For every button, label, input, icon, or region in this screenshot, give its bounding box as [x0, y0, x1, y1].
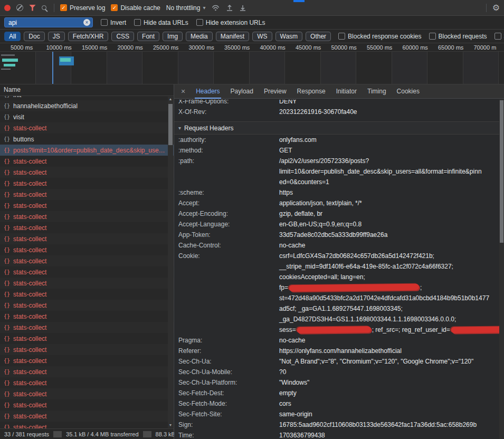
tab-timing[interactable]: Timing	[362, 84, 392, 99]
header-value: 1703636799438	[279, 430, 504, 439]
request-row[interactable]: {}stats-collect	[0, 200, 174, 211]
3rd-party-requests-toggle[interactable]: 3rd-party requests	[495, 33, 504, 40]
header-value-line: gzip, deflate, br	[279, 208, 497, 219]
request-headers-section-header[interactable]: ▾ Request Headers	[174, 121, 504, 135]
filter-input[interactable]: api ×	[4, 17, 93, 27]
request-row[interactable]: {}buttons	[0, 133, 174, 145]
redaction-scribble	[451, 326, 504, 333]
scrollbar-thumb[interactable]	[500, 100, 503, 243]
request-row[interactable]: {}stats-collect	[0, 333, 174, 344]
status-divider	[53, 431, 62, 437]
clear-requests-icon[interactable]	[16, 4, 23, 11]
header-value-line: application/json, text/plain, */*	[279, 198, 497, 208]
request-row[interactable]: {}stats-collect	[0, 167, 174, 178]
request-row[interactable]: {}stats-collect	[0, 411, 174, 422]
hide-extension-urls-checkbox[interactable]	[196, 19, 203, 26]
request-row[interactable]: {}posts?limit=10&order=publish_date_desc…	[0, 145, 174, 156]
filter-chip-other[interactable]: Other	[306, 32, 331, 41]
scroll-down-icon[interactable]: ▼	[168, 423, 173, 428]
request-row[interactable]: {}init	[0, 96, 174, 100]
request-row[interactable]: {}stats-collect	[0, 233, 174, 244]
request-row[interactable]: {}stats-collect	[0, 377, 174, 388]
timeline-tick-label: 35000 ms	[214, 43, 250, 51]
request-row[interactable]: {}stats-collect	[0, 278, 174, 289]
filter-chip-wasm[interactable]: Wasm	[275, 32, 303, 41]
close-icon[interactable]: ×	[174, 87, 191, 96]
filter-chip-doc[interactable]: Doc	[24, 32, 44, 41]
filter-icon[interactable]	[29, 5, 36, 11]
filter-chip-css[interactable]: CSS	[111, 32, 134, 41]
script-braces-icon: {}	[4, 358, 10, 364]
filter-chip-img[interactable]: Img	[163, 32, 183, 41]
hide-data-urls-checkbox[interactable]	[134, 19, 141, 26]
request-row[interactable]: {}stats-collect	[0, 156, 174, 167]
request-name: stats-collect	[13, 180, 55, 187]
blocked-response-cookies-checkbox[interactable]	[338, 33, 345, 40]
request-row[interactable]: {}stats-collect	[0, 422, 174, 428]
timeline-column	[142, 52, 178, 84]
tab-preview[interactable]: Preview	[259, 84, 292, 99]
request-row[interactable]: {}stats-collect	[0, 178, 174, 189]
request-row[interactable]: {}stats-collect	[0, 399, 174, 411]
scroll-up-icon[interactable]: ▲	[168, 97, 173, 102]
clear-filter-icon[interactable]: ×	[83, 19, 90, 26]
request-row[interactable]: {}stats-collect	[0, 189, 174, 200]
hide-extension-urls-toggle[interactable]: Hide extension URLs	[196, 19, 265, 26]
filter-chip-font[interactable]: Font	[137, 32, 159, 41]
3rd-party-requests-checkbox[interactable]	[495, 33, 501, 40]
preserve-log-checkbox[interactable]: ✓	[60, 4, 67, 11]
header-value: https	[279, 187, 504, 198]
filter-chip-fetch-xhr[interactable]: Fetch/XHR	[68, 32, 109, 41]
request-row[interactable]: {}stats-collect	[0, 355, 174, 366]
invert-toggle[interactable]: Invert	[101, 19, 126, 26]
invert-checkbox[interactable]	[101, 19, 108, 26]
request-row[interactable]: {}stats-collect	[0, 344, 174, 355]
search-icon[interactable]	[42, 5, 46, 10]
network-overview-timeline[interactable]: 5000 ms10000 ms15000 ms20000 ms25000 ms3…	[0, 43, 504, 84]
scrollbar-thumb[interactable]	[168, 104, 173, 145]
network-conditions-icon[interactable]	[211, 4, 220, 11]
request-row[interactable]: {}stats-collect	[0, 222, 174, 233]
timeline-column	[0, 52, 36, 84]
filter-chip-manifest[interactable]: Manifest	[216, 32, 249, 41]
disable-cache-toggle[interactable]: ✓ Disable cache	[111, 4, 160, 12]
hide-data-urls-toggle[interactable]: Hide data URLs	[134, 19, 188, 26]
request-row[interactable]: {}stats-collect	[0, 244, 174, 255]
request-row[interactable]: {}hannahelizabethofficial	[0, 100, 174, 111]
filter-chip-all[interactable]: All	[4, 32, 21, 41]
request-row[interactable]: {}stats-collect	[0, 311, 174, 322]
blocked-requests-toggle[interactable]: Blocked requests	[429, 33, 487, 40]
request-row[interactable]: {}stats-collect	[0, 366, 174, 377]
tab-response[interactable]: Response	[292, 84, 331, 99]
request-row[interactable]: {}stats-collect	[0, 211, 174, 222]
request-row[interactable]: {}stats-collect	[0, 266, 174, 278]
tab-initiator[interactable]: Initiator	[331, 84, 362, 99]
request-row[interactable]: {}stats-collect	[0, 289, 174, 300]
request-row[interactable]: {}stats-collect	[0, 388, 174, 399]
request-list-scrollbar[interactable]: ▲ ▼	[168, 97, 173, 428]
request-row[interactable]: {}visit	[0, 111, 174, 122]
header-name: Pragma:	[174, 335, 279, 346]
filter-chip-js[interactable]: JS	[48, 32, 65, 41]
request-row[interactable]: {}stats-collect	[0, 122, 174, 133]
preserve-log-toggle[interactable]: ✓ Preserve log	[60, 4, 105, 12]
disable-cache-checkbox[interactable]: ✓	[111, 4, 118, 11]
request-row[interactable]: {}stats-collect	[0, 322, 174, 333]
blocked-response-cookies-toggle[interactable]: Blocked response cookies	[338, 33, 421, 40]
filter-chip-media[interactable]: Media	[186, 32, 213, 41]
record-icon[interactable]	[4, 5, 11, 11]
tab-headers[interactable]: Headers	[191, 84, 225, 99]
settings-gear-icon[interactable]: ⚙	[492, 4, 500, 12]
blocked-requests-checkbox[interactable]	[429, 33, 436, 40]
import-har-icon[interactable]	[226, 4, 233, 12]
request-header-rows: :authority:onlyfans.com:method:GET:path:…	[174, 135, 504, 439]
tab-cookies[interactable]: Cookies	[392, 84, 425, 99]
name-column-header[interactable]: Name	[0, 84, 174, 96]
tab-payload[interactable]: Payload	[225, 84, 259, 99]
filter-chip-ws[interactable]: WS	[252, 32, 272, 41]
export-har-icon[interactable]	[239, 4, 246, 12]
details-scrollbar[interactable]	[499, 99, 504, 439]
throttling-dropdown[interactable]: No throttling ▾	[166, 4, 206, 12]
request-row[interactable]: {}stats-collect	[0, 255, 174, 266]
request-row[interactable]: {}stats-collect	[0, 300, 174, 311]
